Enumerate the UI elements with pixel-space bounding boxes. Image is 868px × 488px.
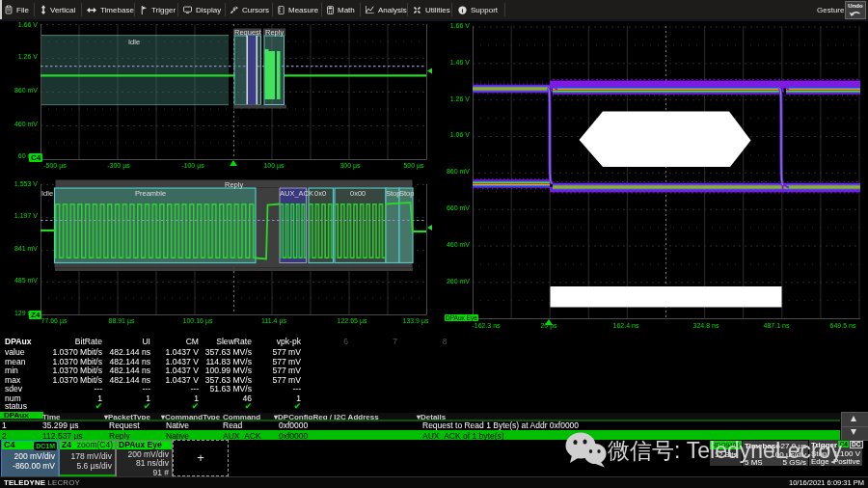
svg-text:i: i [462, 7, 464, 14]
